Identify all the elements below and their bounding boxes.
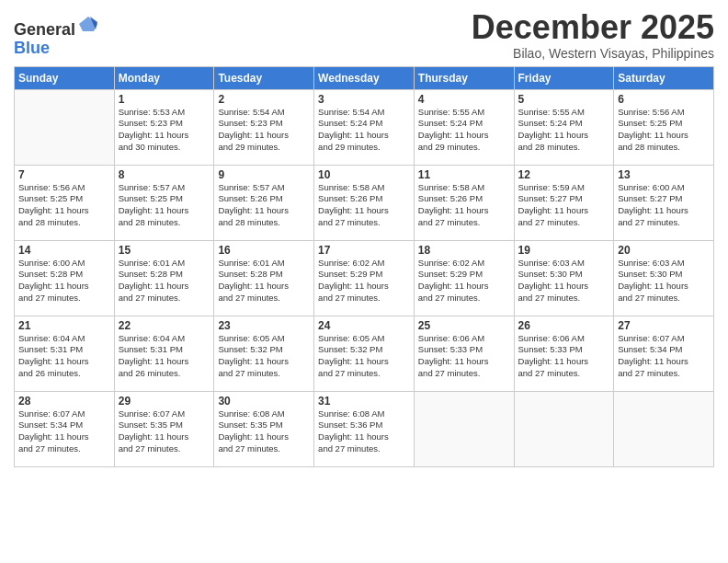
day-number: 28 (18, 395, 110, 408)
calendar-week-row: 21Sunrise: 6:04 AMSunset: 5:31 PMDayligh… (15, 316, 714, 391)
day-info: Sunrise: 5:53 AMSunset: 5:23 PMDaylight:… (119, 107, 210, 154)
table-row (514, 391, 614, 466)
day-info: Sunrise: 5:57 AMSunset: 5:25 PMDaylight:… (119, 182, 210, 229)
table-row: 14Sunrise: 6:00 AMSunset: 5:28 PMDayligh… (15, 240, 115, 316)
table-row: 24Sunrise: 6:05 AMSunset: 5:32 PMDayligh… (314, 316, 415, 391)
table-row: 3Sunrise: 5:54 AMSunset: 5:24 PMDaylight… (314, 89, 415, 165)
table-row: 5Sunrise: 5:55 AMSunset: 5:24 PMDaylight… (514, 89, 614, 165)
day-info: Sunrise: 6:08 AMSunset: 5:35 PMDaylight:… (218, 408, 310, 455)
day-number: 13 (618, 168, 710, 181)
day-info: Sunrise: 5:55 AMSunset: 5:24 PMDaylight:… (518, 107, 610, 154)
day-number: 4 (418, 93, 510, 106)
day-number: 2 (218, 93, 310, 106)
calendar-header-row: Sunday Monday Tuesday Wednesday Thursday… (15, 66, 714, 89)
day-info: Sunrise: 6:00 AMSunset: 5:28 PMDaylight:… (18, 258, 110, 304)
day-info: Sunrise: 6:08 AMSunset: 5:36 PMDaylight:… (318, 408, 410, 455)
logo: General Blue (14, 13, 99, 58)
calendar-week-row: 7Sunrise: 5:56 AMSunset: 5:25 PMDaylight… (15, 165, 714, 240)
table-row: 21Sunrise: 6:04 AMSunset: 5:31 PMDayligh… (15, 316, 115, 391)
day-info: Sunrise: 6:03 AMSunset: 5:30 PMDaylight:… (518, 258, 610, 304)
logo-blue-text: Blue (14, 39, 50, 57)
col-sunday: Sunday (15, 66, 115, 89)
calendar-week-row: 28Sunrise: 6:07 AMSunset: 5:34 PMDayligh… (15, 391, 714, 466)
table-row: 1Sunrise: 5:53 AMSunset: 5:23 PMDaylight… (114, 89, 214, 165)
table-row: 2Sunrise: 5:54 AMSunset: 5:23 PMDaylight… (214, 89, 314, 165)
col-saturday: Saturday (614, 66, 714, 89)
logo-icon (77, 13, 99, 35)
col-thursday: Thursday (414, 66, 514, 89)
day-number: 16 (218, 244, 310, 257)
title-block: December 2025 Bilao, Western Visayas, Ph… (472, 9, 714, 61)
day-number: 6 (618, 93, 710, 106)
day-info: Sunrise: 6:06 AMSunset: 5:33 PMDaylight:… (418, 333, 510, 380)
table-row: 20Sunrise: 6:03 AMSunset: 5:30 PMDayligh… (614, 240, 714, 316)
table-row: 12Sunrise: 5:59 AMSunset: 5:27 PMDayligh… (514, 165, 614, 240)
table-row: 18Sunrise: 6:02 AMSunset: 5:29 PMDayligh… (414, 240, 514, 316)
calendar-table: Sunday Monday Tuesday Wednesday Thursday… (14, 66, 714, 467)
day-info: Sunrise: 5:56 AMSunset: 5:25 PMDaylight:… (618, 107, 710, 154)
table-row (15, 89, 115, 165)
day-info: Sunrise: 5:56 AMSunset: 5:25 PMDaylight:… (18, 182, 110, 229)
day-info: Sunrise: 5:58 AMSunset: 5:26 PMDaylight:… (418, 182, 510, 229)
table-row: 31Sunrise: 6:08 AMSunset: 5:36 PMDayligh… (314, 391, 415, 466)
table-row: 9Sunrise: 5:57 AMSunset: 5:26 PMDaylight… (214, 165, 314, 240)
day-number: 17 (318, 244, 410, 257)
day-info: Sunrise: 6:04 AMSunset: 5:31 PMDaylight:… (18, 333, 110, 380)
table-row: 30Sunrise: 6:08 AMSunset: 5:35 PMDayligh… (214, 391, 314, 466)
table-row: 4Sunrise: 5:55 AMSunset: 5:24 PMDaylight… (414, 89, 514, 165)
col-monday: Monday (114, 66, 214, 89)
col-wednesday: Wednesday (314, 66, 415, 89)
day-number: 31 (318, 395, 410, 408)
table-row: 10Sunrise: 5:58 AMSunset: 5:26 PMDayligh… (314, 165, 415, 240)
day-number: 27 (618, 319, 710, 332)
month-title: December 2025 (472, 9, 714, 46)
day-number: 7 (18, 168, 110, 181)
day-number: 29 (119, 395, 210, 408)
day-info: Sunrise: 6:02 AMSunset: 5:29 PMDaylight:… (418, 258, 510, 304)
day-info: Sunrise: 5:55 AMSunset: 5:24 PMDaylight:… (418, 107, 510, 154)
day-number: 23 (218, 319, 310, 332)
col-tuesday: Tuesday (214, 66, 314, 89)
day-info: Sunrise: 5:59 AMSunset: 5:27 PMDaylight:… (518, 182, 610, 229)
logo-general-text: General (14, 20, 75, 39)
day-number: 30 (218, 395, 310, 408)
day-number: 1 (119, 93, 210, 106)
day-number: 18 (418, 244, 510, 257)
header: General Blue December 2025 Bilao, Wester… (14, 9, 714, 61)
table-row: 23Sunrise: 6:05 AMSunset: 5:32 PMDayligh… (214, 316, 314, 391)
day-number: 11 (418, 168, 510, 181)
day-number: 12 (518, 168, 610, 181)
table-row: 25Sunrise: 6:06 AMSunset: 5:33 PMDayligh… (414, 316, 514, 391)
calendar-week-row: 14Sunrise: 6:00 AMSunset: 5:28 PMDayligh… (15, 240, 714, 316)
day-number: 3 (318, 93, 410, 106)
table-row: 11Sunrise: 5:58 AMSunset: 5:26 PMDayligh… (414, 165, 514, 240)
table-row: 8Sunrise: 5:57 AMSunset: 5:25 PMDaylight… (114, 165, 214, 240)
day-number: 9 (218, 168, 310, 181)
table-row: 29Sunrise: 6:07 AMSunset: 5:35 PMDayligh… (114, 391, 214, 466)
table-row (614, 391, 714, 466)
table-row: 15Sunrise: 6:01 AMSunset: 5:28 PMDayligh… (114, 240, 214, 316)
day-info: Sunrise: 6:06 AMSunset: 5:33 PMDaylight:… (518, 333, 610, 380)
day-info: Sunrise: 6:02 AMSunset: 5:29 PMDaylight:… (318, 258, 410, 304)
table-row: 26Sunrise: 6:06 AMSunset: 5:33 PMDayligh… (514, 316, 614, 391)
day-info: Sunrise: 6:07 AMSunset: 5:34 PMDaylight:… (618, 333, 710, 380)
table-row: 13Sunrise: 6:00 AMSunset: 5:27 PMDayligh… (614, 165, 714, 240)
day-info: Sunrise: 6:00 AMSunset: 5:27 PMDaylight:… (618, 182, 710, 229)
day-info: Sunrise: 6:05 AMSunset: 5:32 PMDaylight:… (218, 333, 310, 380)
day-info: Sunrise: 6:05 AMSunset: 5:32 PMDaylight:… (318, 333, 410, 380)
day-info: Sunrise: 6:07 AMSunset: 5:35 PMDaylight:… (119, 408, 210, 455)
day-info: Sunrise: 5:54 AMSunset: 5:23 PMDaylight:… (218, 107, 310, 154)
day-info: Sunrise: 5:57 AMSunset: 5:26 PMDaylight:… (218, 182, 310, 229)
day-number: 10 (318, 168, 410, 181)
table-row: 6Sunrise: 5:56 AMSunset: 5:25 PMDaylight… (614, 89, 714, 165)
day-info: Sunrise: 5:54 AMSunset: 5:24 PMDaylight:… (318, 107, 410, 154)
day-number: 25 (418, 319, 510, 332)
calendar-week-row: 1Sunrise: 5:53 AMSunset: 5:23 PMDaylight… (15, 89, 714, 165)
day-number: 14 (18, 244, 110, 257)
day-number: 20 (618, 244, 710, 257)
day-info: Sunrise: 6:03 AMSunset: 5:30 PMDaylight:… (618, 258, 710, 304)
day-info: Sunrise: 6:04 AMSunset: 5:31 PMDaylight:… (119, 333, 210, 380)
page: General Blue December 2025 Bilao, Wester… (0, 0, 728, 563)
day-number: 8 (119, 168, 210, 181)
col-friday: Friday (514, 66, 614, 89)
